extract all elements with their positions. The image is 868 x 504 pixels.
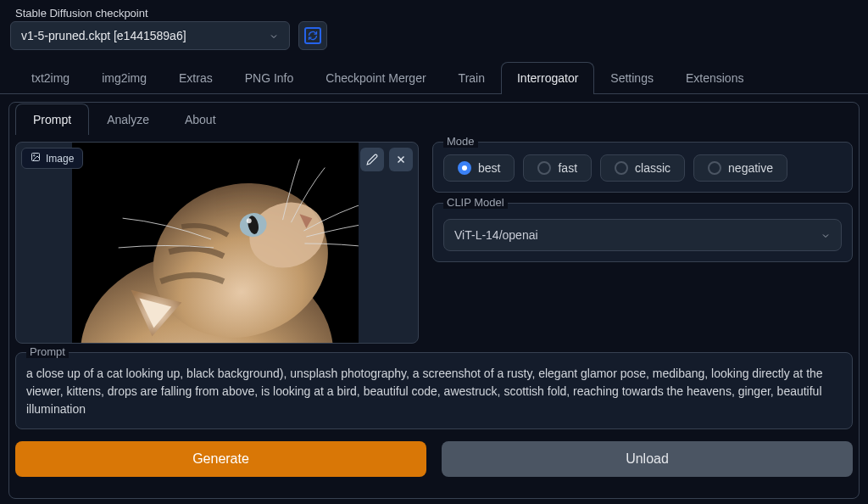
unload-button[interactable]: Unload	[442, 441, 853, 477]
mode-option-fast[interactable]: fast	[523, 154, 592, 182]
radio-icon	[615, 161, 628, 175]
tab-extensions[interactable]: Extensions	[670, 62, 760, 93]
subtab-prompt[interactable]: Prompt	[15, 104, 89, 135]
sub-tabs: PromptAnalyzeAbout	[15, 104, 853, 135]
mode-option-best[interactable]: best	[443, 154, 515, 182]
subtab-analyze[interactable]: Analyze	[89, 104, 167, 135]
tab-settings[interactable]: Settings	[594, 62, 670, 93]
mode-option-classic[interactable]: classic	[600, 154, 685, 182]
mode-option-negative[interactable]: negative	[693, 154, 787, 182]
tab-img2img[interactable]: img2img	[86, 62, 163, 93]
chevron-down-icon	[821, 230, 831, 240]
chevron-down-icon	[269, 31, 279, 41]
button-row: Generate Unload	[15, 441, 853, 477]
tab-train[interactable]: Train	[442, 62, 501, 93]
reload-icon	[304, 27, 321, 44]
tab-checkpoint-merger[interactable]: Checkpoint Merger	[309, 62, 442, 93]
prompt-output[interactable]: a close up of a cat looking up, black ba…	[26, 365, 842, 418]
prompt-label: Prompt	[26, 345, 69, 358]
clip-model-fieldset: CLIP Model ViT-L-14/openai	[432, 203, 853, 262]
right-column: Mode bestfastclassicnegative CLIP Model …	[432, 142, 853, 344]
radio-icon	[458, 161, 471, 175]
radio-icon	[708, 161, 721, 175]
mode-option-label: fast	[558, 161, 577, 175]
reload-checkpoint-button[interactable]	[298, 21, 327, 50]
uploaded-image	[72, 143, 359, 343]
close-icon	[395, 154, 407, 165]
mode-option-label: negative	[728, 161, 773, 175]
image-badge: Image	[21, 148, 83, 169]
svg-point-1	[34, 155, 36, 157]
image-badge-label: Image	[46, 153, 74, 165]
radio-icon	[537, 161, 551, 175]
mode-label: Mode	[443, 135, 478, 148]
content-row: Image	[15, 142, 853, 344]
generate-button[interactable]: Generate	[15, 441, 426, 477]
image-icon	[31, 152, 41, 165]
clip-model-label: CLIP Model	[443, 196, 508, 209]
subtab-about[interactable]: About	[167, 104, 234, 135]
checkpoint-select[interactable]: v1-5-pruned.ckpt [e1441589a6]	[10, 21, 290, 50]
tab-interrogator[interactable]: Interrogator	[501, 62, 594, 93]
clip-model-value: ViT-L-14/openai	[454, 228, 538, 242]
image-actions	[360, 148, 413, 171]
topbar: Stable Diffusion checkpoint v1-5-pruned.…	[0, 0, 868, 55]
mode-fieldset: Mode bestfastclassicnegative	[432, 142, 853, 193]
checkpoint-label: Stable Diffusion checkpoint	[15, 7, 327, 20]
interrogator-panel: PromptAnalyzeAbout Image	[0, 93, 868, 489]
left-column: Image	[15, 142, 419, 344]
mode-option-label: best	[478, 161, 500, 175]
image-input[interactable]: Image	[15, 142, 419, 344]
prompt-fieldset: Prompt a close up of a cat looking up, b…	[15, 352, 853, 429]
pencil-icon	[366, 154, 378, 165]
tab-extras[interactable]: Extras	[163, 62, 229, 93]
checkpoint-value: v1-5-pruned.ckpt [e1441589a6]	[21, 29, 186, 42]
clip-model-select[interactable]: ViT-L-14/openai	[443, 219, 842, 251]
edit-image-button[interactable]	[360, 148, 384, 171]
tab-txt2img[interactable]: txt2img	[15, 62, 86, 93]
clear-image-button[interactable]	[389, 148, 413, 171]
checkpoint-wrap: Stable Diffusion checkpoint v1-5-pruned.…	[10, 7, 327, 50]
main-tabs: txt2imgimg2imgExtrasPNG InfoCheckpoint M…	[0, 55, 868, 93]
mode-option-label: classic	[635, 161, 670, 175]
svg-point-10	[247, 218, 252, 223]
tab-png-info[interactable]: PNG Info	[229, 62, 310, 93]
mode-radio-row: bestfastclassicnegative	[443, 154, 842, 182]
